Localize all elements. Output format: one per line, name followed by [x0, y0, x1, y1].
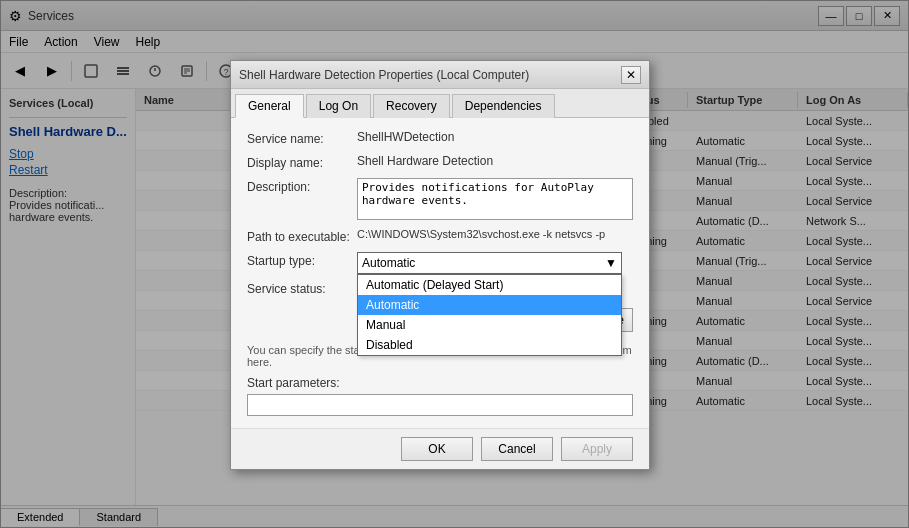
service-name-label: Service name:: [247, 130, 357, 146]
path-value: C:\WINDOWS\System32\svchost.exe -k netsv…: [357, 228, 605, 240]
display-name-value: Shell Hardware Detection: [357, 154, 633, 168]
description-row: Description: Provides notifications for …: [247, 178, 633, 220]
dialog-tabs: General Log On Recovery Dependencies: [231, 89, 649, 118]
description-textarea[interactable]: Provides notifications for AutoPlay hard…: [357, 178, 633, 220]
dropdown-item-auto[interactable]: Automatic: [358, 295, 621, 315]
modal-overlay: Shell Hardware Detection Properties (Loc…: [0, 0, 909, 528]
dialog-title: Shell Hardware Detection Properties (Loc…: [239, 68, 529, 82]
tab-dependencies[interactable]: Dependencies: [452, 94, 555, 118]
ok-button[interactable]: OK: [401, 437, 473, 461]
display-name-row: Display name: Shell Hardware Detection: [247, 154, 633, 170]
description-field-label: Description:: [247, 178, 357, 194]
dropdown-item-manual[interactable]: Manual: [358, 315, 621, 335]
dialog-close-button[interactable]: ✕: [621, 66, 641, 84]
startup-selected-value: Automatic: [362, 256, 415, 270]
dialog-content: Service name: ShellHWDetection Display n…: [231, 118, 649, 428]
startup-type-row: Startup type: Automatic ▼ Automatic (Del…: [247, 252, 633, 274]
service-status-label: Service status:: [247, 282, 357, 296]
tab-general[interactable]: General: [235, 94, 304, 118]
properties-dialog: Shell Hardware Detection Properties (Loc…: [230, 60, 650, 470]
path-label: Path to executable:: [247, 228, 357, 244]
apply-button[interactable]: Apply: [561, 437, 633, 461]
startup-dropdown: Automatic (Delayed Start) Automatic Manu…: [357, 274, 622, 356]
display-name-label: Display name:: [247, 154, 357, 170]
startup-type-label: Startup type:: [247, 252, 357, 268]
start-params-label: Start parameters:: [247, 376, 633, 390]
cancel-button[interactable]: Cancel: [481, 437, 553, 461]
dialog-footer: OK Cancel Apply: [231, 428, 649, 469]
tab-logon[interactable]: Log On: [306, 94, 371, 118]
startup-container: Automatic ▼ Automatic (Delayed Start) Au…: [357, 252, 622, 274]
service-name-value: ShellHWDetection: [357, 130, 633, 144]
dropdown-arrow-icon: ▼: [605, 256, 617, 270]
service-name-row: Service name: ShellHWDetection: [247, 130, 633, 146]
start-params-input[interactable]: [247, 394, 633, 416]
tab-recovery[interactable]: Recovery: [373, 94, 450, 118]
startup-select[interactable]: Automatic ▼: [357, 252, 622, 274]
dropdown-item-disabled[interactable]: Disabled: [358, 335, 621, 355]
path-row: Path to executable: C:\WINDOWS\System32\…: [247, 228, 633, 244]
dropdown-item-auto-delayed[interactable]: Automatic (Delayed Start): [358, 275, 621, 295]
dialog-title-bar: Shell Hardware Detection Properties (Loc…: [231, 61, 649, 89]
